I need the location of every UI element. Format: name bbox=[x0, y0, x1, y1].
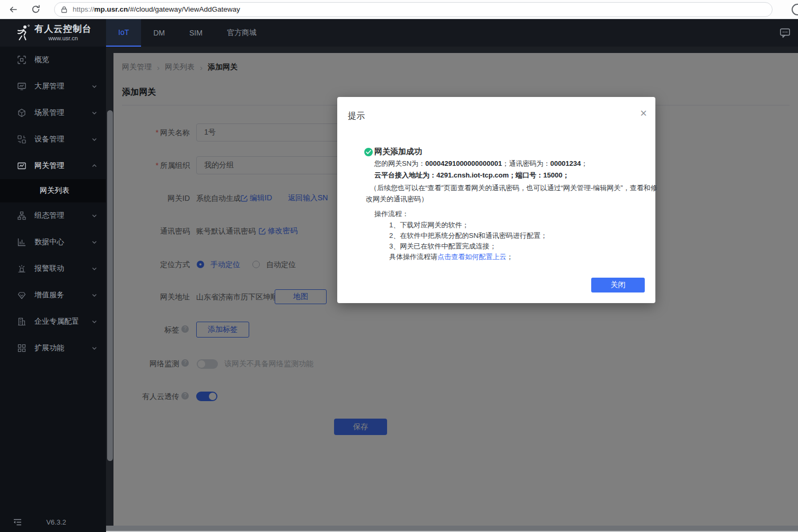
back-arrow-icon bbox=[8, 5, 18, 14]
close-dialog-button[interactable]: 关闭 bbox=[591, 278, 645, 292]
chevron-down-icon bbox=[91, 345, 98, 351]
chevron-down-icon bbox=[91, 110, 98, 116]
vertical-scrollbar-thumb[interactable] bbox=[107, 110, 113, 461]
collapse-sidebar-icon[interactable] bbox=[13, 519, 22, 526]
alarm-light-icon bbox=[17, 264, 26, 273]
chevron-down-icon bbox=[91, 292, 98, 298]
building-icon bbox=[17, 317, 26, 326]
sidebar-item-screen-mgmt[interactable]: 大屏管理 bbox=[0, 73, 106, 100]
gateway-chart-icon bbox=[17, 162, 26, 170]
diamond-icon bbox=[17, 291, 26, 299]
scene-cube-icon bbox=[17, 109, 26, 117]
sidebar-item-device-mgmt[interactable]: 设备管理 bbox=[0, 126, 106, 153]
tab-iot[interactable]: IoT bbox=[106, 19, 141, 47]
success-check-icon bbox=[364, 148, 373, 156]
sitemap-icon bbox=[17, 211, 26, 220]
sidebar-subitem-gateway-list[interactable]: 网关列表 bbox=[0, 179, 106, 202]
app-header: 有人云控制台 www.usr.cn IoT DM SIM 官方商城 bbox=[0, 19, 798, 47]
comm-password-value: 00001234 bbox=[550, 159, 581, 167]
dialog-title: 提示 bbox=[348, 111, 365, 122]
sidebar-item-extensions[interactable]: 扩展功能 bbox=[0, 335, 106, 361]
chevron-up-icon bbox=[91, 163, 98, 169]
sidebar: 概览 大屏管理 场景管理 设备管理 网关管理 网关列表 组态管理 数据中心 报警… bbox=[0, 47, 106, 532]
success-dialog: 提示 × 网关添加成功 您的网关SN为：00004291000000000001… bbox=[337, 97, 655, 303]
browser-chrome: https://mp.usr.cn/#/cloud/gateway/ViewAd… bbox=[0, 0, 798, 19]
url-text: https://mp.usr.cn/#/cloud/gateway/ViewAd… bbox=[73, 5, 240, 13]
chevron-down-icon bbox=[91, 83, 98, 90]
flow-step-3: 3、网关已在软件中配置完成连接； bbox=[389, 242, 496, 251]
usr-runner-logo-icon bbox=[14, 24, 30, 41]
dialog-close-icon[interactable]: × bbox=[640, 108, 647, 119]
sidebar-item-value-services[interactable]: 增值服务 bbox=[0, 282, 106, 308]
vertical-scrollbar bbox=[106, 47, 113, 532]
version-label: V6.3.2 bbox=[22, 518, 91, 526]
sidebar-item-scene-mgmt[interactable]: 场景管理 bbox=[0, 100, 106, 126]
bar-chart-icon bbox=[17, 238, 26, 246]
horizontal-scrollbar bbox=[106, 526, 798, 532]
app-logo[interactable]: 有人云控制台 www.usr.cn bbox=[0, 19, 106, 47]
sidebar-item-enterprise-config[interactable]: 企业专属配置 bbox=[0, 308, 106, 335]
overview-icon bbox=[17, 56, 26, 64]
sidebar-item-config-mgmt[interactable]: 组态管理 bbox=[0, 202, 106, 229]
flow-step-2: 2、在软件中把系统分配的SN和通讯密码进行配置； bbox=[389, 231, 547, 241]
top-tabs: IoT DM SIM 官方商城 bbox=[106, 19, 269, 47]
flow-step-1: 1、下载对应网关的软件； bbox=[389, 220, 469, 230]
success-heading: 网关添加成功 bbox=[374, 147, 422, 157]
browser-profile-icon[interactable] bbox=[792, 4, 798, 15]
address-bar[interactable]: https://mp.usr.cn/#/cloud/gateway/ViewAd… bbox=[54, 2, 773, 17]
cloud-address-line: 云平台接入地址为：4291.cnsh.iot-tcp.com；端口号：15000… bbox=[374, 171, 569, 180]
logo-title: 有人云控制台 bbox=[34, 24, 92, 34]
logo-subtitle: www.usr.cn bbox=[48, 35, 78, 41]
sidebar-item-gateway-mgmt[interactable]: 网关管理 bbox=[0, 153, 106, 179]
refresh-icon bbox=[31, 5, 40, 14]
sidebar-item-overview[interactable]: 概览 bbox=[0, 47, 106, 73]
note-line-2: 改网关的通讯密码） bbox=[366, 194, 428, 204]
flow-title: 操作流程： bbox=[374, 209, 409, 219]
browser-back-button[interactable] bbox=[4, 2, 22, 17]
how-to-configure-link[interactable]: 点击查看如何配置上云 bbox=[437, 253, 506, 261]
grid-icon bbox=[17, 344, 26, 352]
chevron-down-icon bbox=[91, 318, 98, 325]
message-bubble-icon[interactable] bbox=[780, 28, 791, 38]
flow-final-line: 具体操作流程请点击查看如何配置上云； bbox=[389, 252, 513, 262]
tab-sim[interactable]: SIM bbox=[177, 19, 215, 47]
tab-official-store[interactable]: 官方商城 bbox=[215, 19, 269, 47]
lock-icon bbox=[61, 6, 67, 13]
device-grid-icon bbox=[17, 135, 26, 144]
sidebar-item-data-center[interactable]: 数据中心 bbox=[0, 229, 106, 255]
browser-refresh-button[interactable] bbox=[27, 2, 45, 17]
sn-line: 您的网关SN为：00004291000000000001；通讯密码为：00001… bbox=[374, 159, 588, 169]
gateway-sn-value: 00004291000000000001 bbox=[425, 159, 502, 167]
sidebar-item-alarm-link[interactable]: 报警联动 bbox=[0, 255, 106, 282]
chevron-down-icon bbox=[91, 136, 98, 143]
note-line-1: （后续您也可以在“查看”页面查看网关的通讯密码，也可以通过“网关管理-编辑网关”… bbox=[370, 183, 657, 193]
horizontal-scrollbar-thumb[interactable] bbox=[106, 526, 798, 531]
chevron-down-icon bbox=[91, 212, 98, 219]
chevron-down-icon bbox=[91, 239, 98, 245]
tab-dm[interactable]: DM bbox=[141, 19, 177, 47]
big-screen-icon bbox=[17, 82, 26, 91]
chevron-down-icon bbox=[91, 265, 98, 272]
